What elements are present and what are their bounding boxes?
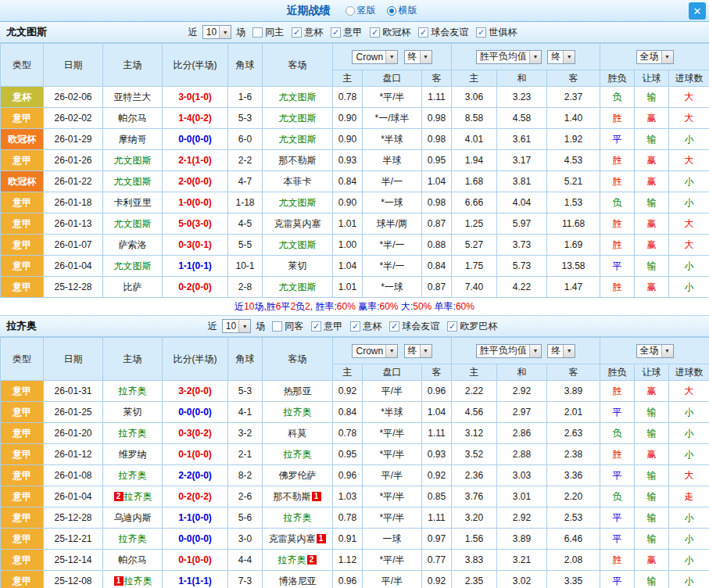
filter-checkbox-1[interactable]: ✓意杯 — [292, 26, 323, 39]
radio-icon[interactable] — [346, 6, 355, 16]
match-row: 意甲26-02-02帕尔马1-4(0-2)5-3尤文图斯0.90*一/球半0.9… — [1, 108, 709, 129]
match-date: 26-01-26 — [44, 150, 103, 171]
avg-odds-draw: 3.03 — [497, 465, 547, 486]
match-date: 26-01-31 — [44, 381, 103, 402]
handicap-odds-away: 0.96 — [422, 381, 452, 402]
bookmaker-select[interactable]: Crown▼ — [352, 344, 398, 358]
checkbox-icon[interactable]: ✓ — [476, 27, 486, 38]
home-team: 比萨 — [103, 277, 163, 298]
checkbox-icon[interactable]: ✓ — [350, 321, 360, 332]
handicap-odds-away: 0.84 — [422, 256, 452, 277]
fulltime-select[interactable]: 全场▼ — [636, 344, 674, 358]
chevron-down-icon: ▼ — [563, 345, 575, 357]
result-wdl: 胜 — [600, 235, 635, 256]
away-team: 莱切 — [263, 256, 333, 277]
result-handicap: 赢 — [635, 277, 669, 298]
handicap-odds-away: 1.04 — [422, 402, 452, 423]
handicap-time-select[interactable]: 终▼ — [404, 50, 432, 64]
checkbox-icon[interactable]: ✓ — [311, 321, 321, 332]
filter-checkbox-4[interactable]: ✓欧罗巴杯 — [447, 320, 497, 333]
chevron-down-icon: ▼ — [219, 26, 231, 38]
close-button[interactable]: ✕ — [689, 2, 706, 20]
sub-header-result-goals: 进球数 — [669, 70, 709, 87]
avg-time-select[interactable]: 终▼ — [547, 50, 575, 64]
layout-radio-0[interactable]: 竖版 — [346, 4, 376, 17]
avg-odds-away: 1.69 — [547, 235, 600, 256]
recent-count-select[interactable]: 10▼ — [222, 319, 251, 333]
fulltime-select[interactable]: 全场▼ — [636, 50, 674, 64]
corner-score: 4-4 — [228, 550, 263, 571]
filter-option-label: 同客 — [285, 320, 303, 333]
handicap-odds-home: 1.00 — [333, 235, 363, 256]
avg-odds-select[interactable]: 胜平负均值▼ — [476, 50, 542, 64]
home-team: 帕尔马 — [103, 550, 163, 571]
result-goals: 小 — [669, 507, 709, 529]
avg-odds-home: 3.12 — [452, 423, 497, 444]
filter-checkbox-2[interactable]: ✓意杯 — [350, 320, 381, 333]
handicap-line: 平/半 — [363, 465, 422, 486]
team-name-text: 帕尔马 — [119, 113, 147, 124]
avg-odds-home: 3.83 — [452, 550, 497, 571]
filter-checkbox-0[interactable]: 同客 — [272, 320, 303, 333]
summary-segment: 平 — [281, 300, 290, 314]
result-goals: 小 — [669, 529, 709, 550]
recent-count-select[interactable]: 10▼ — [202, 25, 231, 39]
avg-time-select[interactable]: 终▼ — [547, 344, 575, 358]
handicap-odds-home: 0.93 — [333, 150, 363, 171]
avg-odds-home: 3.20 — [452, 507, 497, 529]
filter-checkbox-4[interactable]: ✓球会友谊 — [418, 26, 468, 39]
away-team: 那不勒斯1 — [263, 486, 333, 507]
avg-group-header: 胜平负均值▼ 终▼ — [452, 44, 600, 70]
checkbox-icon[interactable]: ✓ — [292, 27, 302, 38]
match-date: 26-01-04 — [44, 486, 103, 507]
avg-odds-away: 3.36 — [547, 465, 600, 486]
match-score: 2-2(0-0) — [163, 465, 228, 486]
filter-checkbox-2[interactable]: ✓意甲 — [331, 26, 362, 39]
filter-checkbox-5[interactable]: ✓世俱杯 — [476, 26, 517, 39]
select-label: 终 — [551, 50, 560, 63]
home-team: 尤文图斯 — [103, 150, 163, 171]
filter-checkbox-0[interactable]: 同主 — [252, 26, 284, 39]
chevron-down-icon: ▼ — [420, 51, 431, 63]
filter-near-label: 近 — [208, 320, 217, 333]
team-name-text: 拉齐奥 — [124, 575, 152, 586]
checkbox-icon[interactable]: ✓ — [389, 321, 399, 332]
match-date: 26-02-06 — [44, 87, 103, 108]
layout-radio-1[interactable]: 横版 — [387, 4, 417, 17]
avg-odds-select[interactable]: 胜平负均值▼ — [476, 344, 542, 358]
team-name-text: 克雷莫内塞 — [269, 533, 316, 544]
select-label: Crown — [356, 346, 383, 357]
match-score: 1-0(0-0) — [163, 192, 228, 213]
checkbox-icon[interactable]: ✓ — [447, 321, 457, 332]
checkbox-icon[interactable] — [272, 321, 282, 332]
handicap-odds-away: 0.98 — [422, 108, 452, 129]
home-team: 卡利亚里 — [103, 192, 163, 213]
filter-checkbox-1[interactable]: ✓意甲 — [311, 320, 342, 333]
handicap-time-select[interactable]: 终▼ — [404, 344, 432, 358]
handicap-odds-home: 0.78 — [333, 507, 363, 529]
avg-odds-home: 1.75 — [452, 256, 497, 277]
sub-header-result-wdl: 胜负 — [600, 70, 635, 87]
home-team: 尤文图斯 — [103, 256, 163, 277]
checkbox-icon[interactable]: ✓ — [418, 27, 428, 38]
corner-score: 5-3 — [228, 108, 263, 129]
match-row: 意甲26-01-07萨索洛0-3(0-1)5-5尤文图斯1.00*半/一0.88… — [1, 235, 709, 256]
bookmaker-select[interactable]: Crown▼ — [352, 50, 398, 64]
filter-checkbox-3[interactable]: ✓欧冠杯 — [370, 26, 410, 39]
corner-score: 5-6 — [228, 507, 263, 529]
checkbox-icon[interactable]: ✓ — [331, 27, 341, 38]
team-name-text: 尤文图斯 — [279, 281, 317, 292]
handicap-odds-away: 0.85 — [422, 486, 452, 507]
radio-icon[interactable] — [387, 6, 396, 16]
filter-checkbox-3[interactable]: ✓球会友谊 — [389, 320, 439, 333]
handicap-odds-away: 0.87 — [422, 213, 452, 235]
result-wdl: 胜 — [600, 277, 635, 298]
home-team: 2拉齐奥 — [103, 486, 163, 507]
filter-option-label: 球会友谊 — [431, 26, 468, 39]
corner-score: 6-0 — [228, 129, 263, 150]
filter-option-label: 世俱杯 — [489, 26, 517, 39]
checkbox-icon[interactable] — [252, 27, 263, 38]
result-handicap: 赢 — [635, 235, 669, 256]
checkbox-icon[interactable]: ✓ — [370, 27, 380, 38]
away-team: 那不勒斯 — [263, 150, 333, 171]
